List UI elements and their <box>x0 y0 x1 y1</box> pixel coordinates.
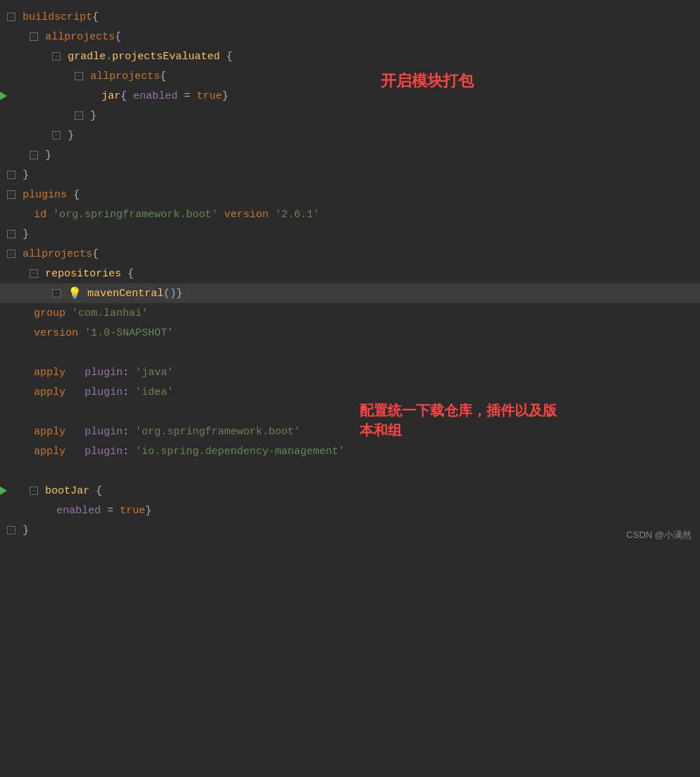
line-content-26: enabled = true} <box>56 505 152 517</box>
watermark: CSDN @小满然 <box>626 529 692 542</box>
gutter-6: - <box>68 106 90 126</box>
line-content-9: } <box>23 169 29 181</box>
line-content-13: allprojects{ <box>23 248 99 260</box>
gutter-22 <box>23 422 34 441</box>
gutter-12: - <box>0 224 23 244</box>
fold-icon-10[interactable]: - <box>7 190 16 199</box>
code-line-13: - allprojects{ <box>0 244 700 264</box>
code-line-20: apply plugin: 'idea' <box>0 382 700 402</box>
fold-icon-8[interactable]: - <box>30 151 38 159</box>
line-content-1: buildscript{ <box>23 11 99 23</box>
line-content-4: allprojects{ <box>90 71 166 82</box>
line-content-10: plugins { <box>23 189 80 201</box>
code-line-25: - bootJar { <box>0 481 700 501</box>
code-line-7: - } <box>0 126 700 145</box>
fold-icon-25[interactable]: - <box>30 487 38 495</box>
gutter-14: - <box>23 264 45 283</box>
code-line-6: - } <box>0 106 700 126</box>
line-content-20: apply plugin: 'idea' <box>34 386 173 398</box>
code-line-9: - } <box>0 165 700 185</box>
code-line-11: id 'org.springframework.boot' version '2… <box>0 204 700 224</box>
line-content-8: } <box>45 149 51 161</box>
line-content-25: bootJar { <box>45 485 102 497</box>
gutter-19 <box>23 362 34 382</box>
gutter-26 <box>45 501 56 520</box>
line-content-12: } <box>23 228 29 240</box>
bulb-icon[interactable]: 💡 <box>68 286 82 300</box>
gutter-21 <box>0 402 11 422</box>
code-line-2: - allprojects{ <box>0 27 700 47</box>
line-content-27: } <box>23 525 29 537</box>
line-content-2: allprojects{ <box>45 31 121 43</box>
line-content-6: } <box>90 110 97 122</box>
code-line-3: - gradle.projectsEvaluated { <box>0 47 700 66</box>
line-content-22: apply plugin: 'org.springframework.boot' <box>34 426 300 438</box>
gutter-23 <box>23 441 34 461</box>
fold-icon-14[interactable]: - <box>30 269 38 278</box>
gutter-8: - <box>23 145 45 165</box>
code-line-26: enabled = true} <box>0 501 700 520</box>
gutter-24 <box>0 461 11 481</box>
gutter-27: - <box>0 520 23 540</box>
code-line-24 <box>0 461 700 481</box>
fold-icon-9[interactable]: - <box>7 171 16 179</box>
line-content-15: mavenCentral()} <box>87 288 183 300</box>
line-content-5: jar{ enabled = true} <box>102 90 228 102</box>
gutter-15: - <box>45 283 68 303</box>
code-line-21 <box>0 402 700 422</box>
gutter-7: - <box>45 126 68 145</box>
fold-icon-27[interactable]: - <box>7 526 16 534</box>
fold-icon-6[interactable]: - <box>75 111 83 120</box>
line-content-16: group 'com.lanhai' <box>34 307 148 319</box>
line-content-7: } <box>68 130 74 142</box>
fold-icon-4[interactable]: - <box>75 72 83 80</box>
gutter-10: - <box>0 185 23 204</box>
gutter-1: - <box>0 7 23 27</box>
line-content-11: id 'org.springframework.boot' version '2… <box>34 209 319 221</box>
gutter-3: - <box>45 47 68 66</box>
code-line-19: apply plugin: 'java' <box>0 362 700 382</box>
gutter-2: - <box>23 27 45 47</box>
line-content-3: gradle.projectsEvaluated { <box>68 51 233 63</box>
code-line-18 <box>0 343 700 362</box>
arrow-icon-25 <box>0 487 7 495</box>
code-line-10: - plugins { <box>0 185 700 204</box>
code-line-23: apply plugin: 'io.spring.dependency-mana… <box>0 441 700 461</box>
code-line-17: version '1.0-SNAPSHOT' <box>0 323 700 343</box>
fold-icon-1[interactable]: - <box>7 13 16 21</box>
gutter-4: - <box>68 66 90 86</box>
fold-icon-15[interactable]: - <box>52 289 61 298</box>
gutter-9: - <box>0 165 23 185</box>
code-line-27: - } <box>0 520 700 540</box>
gutter-13: - <box>0 244 23 264</box>
gutter-20 <box>23 382 34 402</box>
code-line-4: - allprojects{ <box>0 66 700 86</box>
gutter-5 <box>90 86 102 106</box>
line-content-17: version '1.0-SNAPSHOT' <box>34 327 173 339</box>
fold-icon-2[interactable]: - <box>30 32 38 41</box>
fold-icon-7[interactable]: - <box>52 131 61 140</box>
gutter-25: - <box>23 481 45 501</box>
code-line-12: - } <box>0 224 700 244</box>
arrow-icon-5 <box>0 92 7 100</box>
gutter-17 <box>23 323 34 343</box>
fold-icon-3[interactable]: - <box>52 52 61 61</box>
code-line-14: - repositories { <box>0 264 700 283</box>
fold-icon-12[interactable]: - <box>7 230 16 238</box>
code-editor: - buildscript{ - allprojects{ - gradle.p… <box>0 0 700 547</box>
line-content-23: apply plugin: 'io.spring.dependency-mana… <box>34 446 345 458</box>
gutter-16 <box>23 303 34 323</box>
code-line-15: - 💡 mavenCentral()} <box>0 283 700 303</box>
code-line-16: group 'com.lanhai' <box>0 303 700 323</box>
gutter-11 <box>23 204 34 224</box>
fold-icon-13[interactable]: - <box>7 250 16 258</box>
code-line-5: jar{ enabled = true} <box>0 86 700 106</box>
line-content-14: repositories { <box>45 268 134 280</box>
line-content-19: apply plugin: 'java' <box>34 367 173 379</box>
code-line-8: - } <box>0 145 700 165</box>
gutter-18 <box>0 343 11 362</box>
code-line-22: apply plugin: 'org.springframework.boot' <box>0 422 700 441</box>
code-line-1: - buildscript{ <box>0 7 700 27</box>
